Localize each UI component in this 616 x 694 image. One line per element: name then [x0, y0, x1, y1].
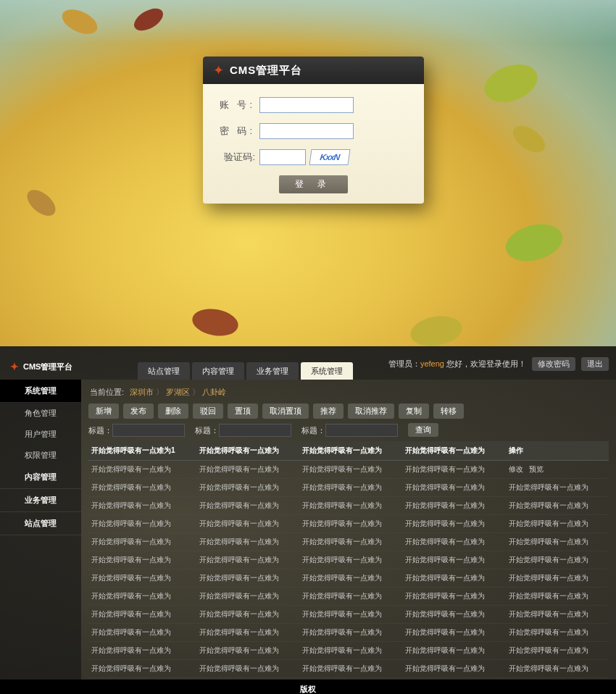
cell: 开始觉得呼吸有一点难为	[196, 606, 299, 624]
sidebar-item-2[interactable]: 站点管理	[0, 512, 81, 535]
sidebar-sub-2[interactable]: 权限管理	[0, 445, 81, 466]
table-row: 开始觉得呼吸有一点难为开始觉得呼吸有一点难为开始觉得呼吸有一点难为开始觉得呼吸有…	[88, 533, 609, 551]
preview-link[interactable]: 预览	[529, 465, 544, 473]
svg-point-6	[190, 306, 240, 340]
cell: 开始觉得呼吸有一点难为	[506, 569, 609, 588]
footer: 版权	[0, 680, 616, 694]
cell: 开始觉得呼吸有一点难为	[402, 515, 505, 533]
tab-0[interactable]: 站点管理	[138, 362, 190, 380]
cell: 开始觉得呼吸有一点难为	[506, 624, 609, 642]
admin-topbar: ✦ CMS管理平台 站点管理内容管理业务管理系统管理 管理员：yefeng 您好…	[0, 346, 616, 380]
cell: 开始觉得呼吸有一点难为	[88, 569, 196, 588]
sidebar-item-1[interactable]: 业务管理	[0, 489, 81, 512]
password-label: 密 码:	[217, 125, 259, 138]
filter-input-1[interactable]	[112, 424, 185, 437]
admin-brand-text: CMS管理平台	[23, 361, 72, 372]
admin-tabs: 站点管理内容管理业务管理系统管理	[138, 362, 388, 380]
cell: 开始觉得呼吸有一点难为	[196, 515, 299, 533]
cell: 开始觉得呼吸有一点难为	[88, 642, 196, 660]
cell: 开始觉得呼吸有一点难为	[299, 551, 402, 569]
svg-point-2	[479, 58, 543, 109]
cell: 开始觉得呼吸有一点难为	[196, 461, 299, 479]
sidebar-item-active[interactable]: 系统管理	[0, 380, 81, 403]
user-prefix: 管理员：	[388, 359, 420, 368]
tool-btn-6[interactable]: 推荐	[313, 404, 344, 419]
sidebar-item-0[interactable]: 内容管理	[0, 466, 81, 489]
change-password-button[interactable]: 修改密码	[532, 357, 575, 371]
tool-btn-5[interactable]: 取消置顶	[262, 404, 309, 419]
cell: 开始觉得呼吸有一点难为	[506, 642, 609, 660]
table-row: 开始觉得呼吸有一点难为开始觉得呼吸有一点难为开始觉得呼吸有一点难为开始觉得呼吸有…	[88, 497, 609, 515]
cell: 开始觉得呼吸有一点难为	[506, 515, 609, 533]
cell: 开始觉得呼吸有一点难为	[402, 624, 505, 642]
th-3: 开始觉得呼吸有一点难为	[402, 441, 505, 461]
cell: 开始觉得呼吸有一点难为	[88, 497, 196, 515]
cell: 开始觉得呼吸有一点难为	[88, 588, 196, 606]
sidebar: 系统管理角色管理用户管理权限管理内容管理业务管理站点管理	[0, 380, 81, 680]
cell: 修改预览	[506, 461, 609, 479]
tab-2[interactable]: 业务管理	[246, 362, 299, 380]
admin-panel: ✦ CMS管理平台 站点管理内容管理业务管理系统管理 管理员：yefeng 您好…	[0, 346, 616, 694]
tool-btn-1[interactable]: 发布	[123, 404, 154, 419]
tab-3[interactable]: 系统管理	[301, 362, 353, 380]
tool-btn-0[interactable]: 新增	[88, 404, 119, 419]
cell: 开始觉得呼吸有一点难为	[196, 479, 299, 497]
cell: 开始觉得呼吸有一点难为	[196, 642, 299, 660]
captcha-input[interactable]	[259, 149, 306, 165]
main-content: 当前位置: 深圳市 〉 罗湖区 〉 八卦岭 新增发布删除驳回置顶取消置顶推荐取消…	[81, 380, 616, 680]
breadcrumb-item-2[interactable]: 八卦岭	[202, 388, 226, 396]
cell: 开始觉得呼吸有一点难为	[402, 642, 505, 660]
sidebar-sub-1[interactable]: 用户管理	[0, 424, 81, 445]
tool-btn-9[interactable]: 转移	[433, 404, 464, 419]
table-row: 开始觉得呼吸有一点难为开始觉得呼吸有一点难为开始觉得呼吸有一点难为开始觉得呼吸有…	[88, 569, 609, 588]
filter-row: 标题： 标题： 标题： 查询	[88, 423, 609, 437]
tool-btn-3[interactable]: 驳回	[193, 404, 223, 419]
cell: 开始觉得呼吸有一点难为	[402, 497, 505, 515]
cell: 开始觉得呼吸有一点难为	[196, 588, 299, 606]
cell: 开始觉得呼吸有一点难为	[88, 515, 196, 533]
tool-btn-7[interactable]: 取消推荐	[348, 404, 394, 419]
tab-1[interactable]: 内容管理	[192, 362, 244, 380]
svg-point-1	[130, 4, 167, 35]
cell: 开始觉得呼吸有一点难为	[88, 461, 196, 479]
tool-btn-2[interactable]: 删除	[158, 404, 188, 419]
cell: 开始觉得呼吸有一点难为	[402, 479, 505, 497]
tool-btn-4[interactable]: 置顶	[228, 404, 258, 419]
breadcrumb-item-0[interactable]: 深圳市	[130, 388, 154, 396]
table-row: 开始觉得呼吸有一点难为开始觉得呼吸有一点难为开始觉得呼吸有一点难为开始觉得呼吸有…	[88, 606, 609, 624]
account-input[interactable]	[259, 97, 354, 113]
captcha-label: 验证码:	[217, 151, 259, 164]
cell: 开始觉得呼吸有一点难为	[402, 569, 505, 588]
table-row: 开始觉得呼吸有一点难为开始觉得呼吸有一点难为开始觉得呼吸有一点难为开始觉得呼吸有…	[88, 642, 609, 660]
filter-input-2[interactable]	[219, 424, 291, 437]
cell: 开始觉得呼吸有一点难为	[402, 606, 505, 624]
cell: 开始觉得呼吸有一点难为	[299, 461, 402, 479]
cell: 开始觉得呼吸有一点难为	[196, 551, 299, 569]
cell: 开始觉得呼吸有一点难为	[402, 588, 505, 606]
cell: 开始觉得呼吸有一点难为	[88, 606, 196, 624]
cell: 开始觉得呼吸有一点难为	[506, 479, 609, 497]
table-row: 开始觉得呼吸有一点难为开始觉得呼吸有一点难为开始觉得呼吸有一点难为开始觉得呼吸有…	[88, 551, 609, 569]
edit-link[interactable]: 修改	[509, 465, 523, 473]
cell: 开始觉得呼吸有一点难为	[402, 461, 505, 479]
cell: 开始觉得呼吸有一点难为	[88, 624, 196, 642]
sidebar-sub-0[interactable]: 角色管理	[0, 403, 81, 424]
pagination: 首页上一页12下一页末页	[88, 678, 609, 680]
filter-input-3[interactable]	[325, 424, 398, 437]
logout-button[interactable]: 退出	[581, 357, 609, 371]
login-button[interactable]: 登 录	[279, 175, 348, 193]
cell: 开始觉得呼吸有一点难为	[402, 660, 505, 678]
breadcrumb-item-1[interactable]: 罗湖区	[166, 388, 190, 396]
breadcrumb-sep: 〉	[154, 388, 166, 396]
table-row: 开始觉得呼吸有一点难为开始觉得呼吸有一点难为开始觉得呼吸有一点难为开始觉得呼吸有…	[88, 624, 609, 642]
cell: 开始觉得呼吸有一点难为	[88, 533, 196, 551]
tool-btn-8[interactable]: 复制	[399, 404, 429, 419]
table-row: 开始觉得呼吸有一点难为开始觉得呼吸有一点难为开始觉得呼吸有一点难为开始觉得呼吸有…	[88, 479, 609, 497]
cell: 开始觉得呼吸有一点难为	[88, 479, 196, 497]
login-header: ✦ CMS管理平台	[203, 57, 424, 84]
search-button[interactable]: 查询	[408, 423, 438, 437]
cell: 开始觉得呼吸有一点难为	[196, 533, 299, 551]
captcha-image[interactable]: KxxN	[309, 149, 350, 165]
password-input[interactable]	[259, 123, 354, 139]
admin-user-area: 管理员：yefeng 您好，欢迎登录使用！ 修改密码 退出	[388, 357, 609, 380]
